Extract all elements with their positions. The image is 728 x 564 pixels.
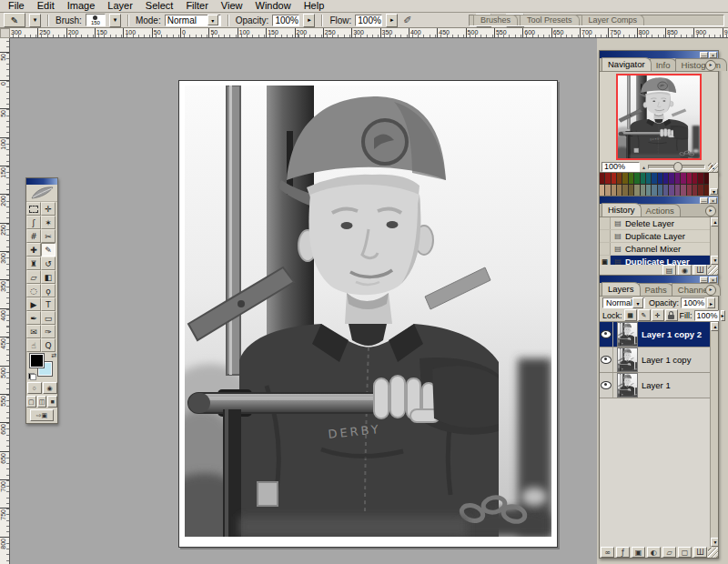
close-icon[interactable]: × bbox=[709, 52, 717, 58]
layer-visibility-toggle[interactable] bbox=[600, 322, 613, 347]
airbrush-icon[interactable]: ✐ bbox=[403, 15, 411, 26]
history-brush-source[interactable] bbox=[600, 230, 611, 242]
zoom-out-icon[interactable]: ▴ bbox=[642, 164, 645, 170]
menu-view[interactable]: View bbox=[215, 0, 249, 12]
color-swatch-r1-2[interactable] bbox=[605, 173, 610, 184]
color-swatch-r1-10[interactable] bbox=[652, 173, 656, 184]
history-tab-actions[interactable]: Actions bbox=[640, 204, 681, 217]
well-tab-brushes[interactable]: Brushes bbox=[473, 15, 518, 25]
layers-scrollbar[interactable]: ▲▼ bbox=[710, 322, 718, 547]
layers-tab-paths[interactable]: Paths bbox=[639, 283, 673, 296]
layer-thumbnail[interactable] bbox=[617, 347, 638, 372]
color-swatch-r2-16[interactable] bbox=[687, 185, 692, 196]
path-selection-tool[interactable]: ▶ bbox=[26, 297, 41, 311]
chevron-down-icon[interactable]: ▾ bbox=[207, 15, 218, 25]
scroll-down-icon[interactable]: ▼ bbox=[711, 538, 718, 547]
history-state-duplicate-layer[interactable]: ▤Duplicate Layer bbox=[600, 230, 718, 243]
clone-stamp-tool[interactable]: ♜ bbox=[26, 257, 41, 270]
layer-visibility-toggle[interactable] bbox=[600, 347, 613, 372]
quick-mask-mode-button[interactable]: ◉ bbox=[43, 382, 57, 394]
well-tab-tool-presets[interactable]: Tool Presets bbox=[520, 15, 580, 25]
color-swatch-r2-12[interactable] bbox=[663, 185, 668, 196]
history-state-channel-mixer[interactable]: ▤Channel Mixer bbox=[600, 243, 718, 256]
type-tool[interactable]: T bbox=[41, 297, 56, 311]
dodge-tool[interactable]: ϙ bbox=[41, 284, 56, 297]
navigator-tab-navigator[interactable]: Navigator bbox=[602, 57, 652, 71]
move-tool[interactable]: ✛ bbox=[41, 202, 56, 216]
close-icon[interactable]: × bbox=[709, 197, 717, 204]
navigator-tab-histogram[interactable]: Histogram bbox=[675, 58, 727, 71]
color-swatch-r2-14[interactable] bbox=[675, 185, 680, 196]
color-swatch-r2-5[interactable] bbox=[622, 185, 627, 196]
document-canvas[interactable] bbox=[178, 80, 558, 548]
color-swatch-r2-7[interactable] bbox=[634, 185, 639, 196]
color-swatch-r1-15[interactable] bbox=[681, 173, 685, 184]
blend-mode-select[interactable]: Normal ▾ bbox=[165, 15, 221, 26]
scroll-up-icon[interactable]: ▲ bbox=[711, 322, 718, 331]
toolbox-titlebar[interactable] bbox=[26, 178, 57, 185]
color-swatch-r2-9[interactable] bbox=[646, 185, 651, 196]
horizontal-ruler[interactable]: 3002502001501005005010015020025030035040… bbox=[10, 28, 728, 38]
color-swatch-r2-1[interactable] bbox=[600, 185, 604, 196]
lock-all-button[interactable] bbox=[665, 309, 678, 321]
layer-visibility-toggle[interactable] bbox=[600, 373, 613, 398]
layer-blend-mode-select[interactable]: Normal ▾ bbox=[602, 297, 645, 308]
navigator-zoom-slider[interactable] bbox=[648, 165, 705, 169]
magic-wand-tool[interactable]: ✶ bbox=[41, 216, 56, 229]
notes-tool[interactable]: ✉ bbox=[26, 325, 41, 338]
brush-tool[interactable]: ✎ bbox=[41, 243, 56, 257]
tool-preset-arrow[interactable]: ▾ bbox=[29, 14, 41, 27]
layer-fill-input[interactable]: 100% bbox=[694, 310, 719, 321]
opacity-input[interactable]: 100% bbox=[272, 15, 299, 26]
color-swatch-r1-9[interactable] bbox=[646, 173, 651, 184]
swatch-scrollbar[interactable]: ▾ bbox=[709, 173, 718, 196]
history-tab-history[interactable]: History bbox=[602, 203, 642, 217]
layer-opacity-input[interactable]: 100% bbox=[681, 297, 705, 308]
layer-style-button[interactable]: ƒ bbox=[616, 547, 630, 558]
minimize-icon[interactable]: — bbox=[700, 52, 708, 58]
minimize-icon[interactable]: — bbox=[700, 277, 708, 283]
scroll-down-icon[interactable]: ▼ bbox=[711, 256, 718, 265]
history-state-duplicate-layer[interactable]: ▣▤Duplicate Layer bbox=[600, 256, 718, 265]
rectangular-marquee-tool[interactable] bbox=[26, 202, 41, 216]
flow-input[interactable]: 100% bbox=[355, 15, 382, 26]
pen-tool[interactable]: ✒ bbox=[26, 311, 41, 325]
slider-thumb[interactable] bbox=[673, 162, 682, 172]
vertical-ruler[interactable]: 5005010015020025030035040045050055060065… bbox=[0, 38, 10, 564]
color-swatch-r1-5[interactable] bbox=[622, 173, 627, 184]
add-layer-mask-button[interactable]: ▣ bbox=[632, 547, 645, 558]
flow-slider-arrow[interactable]: ▸ bbox=[386, 14, 398, 27]
layers-tab-layers[interactable]: Layers bbox=[602, 282, 641, 296]
fullscreen-menubar-button[interactable]: ◫ bbox=[37, 396, 47, 408]
color-swatch-r2-15[interactable] bbox=[681, 185, 685, 196]
chevron-down-icon[interactable]: ▾ bbox=[632, 297, 643, 308]
color-swatch-r1-7[interactable] bbox=[634, 173, 639, 184]
standard-screen-button[interactable]: ▢ bbox=[26, 396, 36, 408]
resize-grip[interactable] bbox=[708, 548, 718, 558]
color-swatch-r1-11[interactable] bbox=[658, 173, 662, 184]
color-swatch-r2-10[interactable] bbox=[652, 185, 656, 196]
brush-picker-arrow[interactable]: ▾ bbox=[109, 14, 121, 27]
new-adjustment-layer-button[interactable]: ◐ bbox=[647, 547, 661, 558]
opacity-slider-arrow[interactable]: ▸ bbox=[303, 14, 315, 27]
color-swatch-r2-17[interactable] bbox=[693, 185, 697, 196]
menu-select[interactable]: Select bbox=[139, 0, 180, 12]
hand-tool[interactable]: ☝ bbox=[26, 338, 41, 352]
layer-row-layer-1-copy-2[interactable]: Layer 1 copy 2 bbox=[600, 322, 718, 347]
color-swatch-r2-11[interactable] bbox=[658, 185, 662, 196]
delete-layer-button[interactable]: Ш bbox=[693, 547, 707, 558]
new-layer-button[interactable]: ▢ bbox=[678, 547, 692, 558]
palette-menu-icon[interactable]: ▸ bbox=[705, 60, 716, 71]
color-swatch-r2-18[interactable] bbox=[698, 185, 703, 196]
gradient-tool[interactable]: ◧ bbox=[41, 270, 56, 284]
color-swatch-r1-1[interactable] bbox=[600, 173, 604, 184]
link-layers-button[interactable]: ∞ bbox=[601, 547, 614, 558]
menu-file[interactable]: File bbox=[2, 0, 31, 12]
close-icon[interactable]: × bbox=[709, 277, 717, 283]
scroll-down-icon[interactable]: ▾ bbox=[710, 188, 718, 195]
menu-edit[interactable]: Edit bbox=[31, 0, 61, 12]
color-swatch-r1-12[interactable] bbox=[663, 173, 668, 184]
history-brush-source[interactable] bbox=[600, 243, 611, 255]
color-swatch-r2-4[interactable] bbox=[617, 185, 622, 196]
foreground-color-swatch[interactable] bbox=[30, 354, 44, 368]
